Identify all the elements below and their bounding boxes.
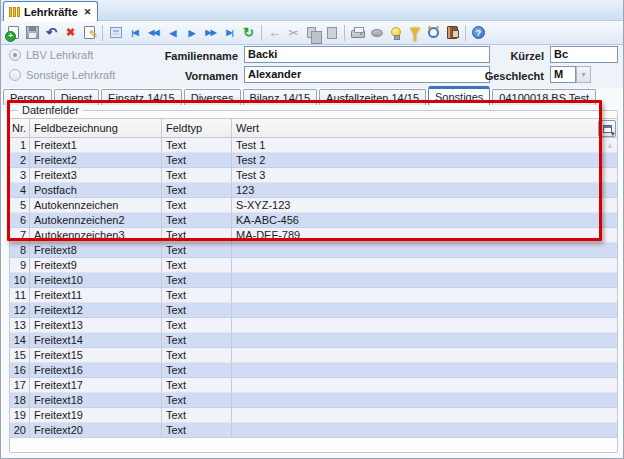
table-row[interactable]: 11Freitext11Text bbox=[10, 288, 617, 303]
tab-sonstiges[interactable]: Sonstiges bbox=[428, 86, 490, 105]
help-icon: ? bbox=[472, 26, 485, 39]
kuerzel-field[interactable]: Bc bbox=[550, 46, 618, 63]
save-button[interactable] bbox=[23, 24, 42, 42]
table-cell bbox=[232, 393, 617, 408]
tab-dienst[interactable]: Dienst bbox=[54, 89, 99, 105]
print-button[interactable] bbox=[348, 24, 367, 42]
nav-first-button[interactable]: |◀ bbox=[125, 24, 144, 42]
table-row[interactable]: 7Autokennzeichen3TextMA-DEF-789 bbox=[10, 228, 617, 243]
record-button[interactable] bbox=[367, 24, 386, 42]
copy-record-button[interactable] bbox=[106, 24, 125, 42]
delete-record-button[interactable]: ✖ bbox=[61, 24, 80, 42]
nav-fast-forward-button[interactable]: ▶▶ bbox=[201, 24, 220, 42]
tab-diverses[interactable]: Diverses bbox=[184, 89, 241, 105]
table-row[interactable]: 3Freitext3TextTest 3 bbox=[10, 168, 617, 183]
nav-previous-button[interactable]: ◀ bbox=[163, 24, 182, 42]
tab-einsatz-14-15[interactable]: Einsatz 14/15 bbox=[101, 89, 182, 105]
close-tab-icon[interactable]: ✕ bbox=[84, 7, 92, 17]
table-cell bbox=[232, 423, 617, 438]
geschlecht-label: Geschlecht bbox=[474, 70, 544, 82]
table-cell: Text bbox=[162, 303, 232, 318]
table-cell bbox=[232, 378, 617, 393]
column-header-feldbezeichnung[interactable]: Feldbezeichnung bbox=[30, 119, 162, 137]
document-tab-strip: Lehrkräfte ✕ bbox=[1, 0, 624, 21]
table-cell: Freitext18 bbox=[30, 393, 162, 408]
tab-04100018-bs-test[interactable]: 04100018 BS Test bbox=[492, 89, 596, 105]
column-header-feldtyp[interactable]: Feldtyp bbox=[162, 119, 232, 137]
table-cell: Freitext17 bbox=[30, 378, 162, 393]
nav-next-button[interactable]: ▶ bbox=[182, 24, 201, 42]
table-cell: Freitext1 bbox=[30, 138, 162, 153]
reminder-button[interactable] bbox=[424, 24, 443, 42]
table-row[interactable]: 9Freitext9Text bbox=[10, 258, 617, 273]
cut-button[interactable]: ✂ bbox=[284, 24, 303, 42]
tab-bar: PersonDienstEinsatz 14/15DiversesBilanz … bbox=[3, 88, 623, 105]
table-header: Nr. Feldbezeichnung Feldtyp Wert bbox=[10, 118, 617, 138]
table-cell: 3 bbox=[10, 168, 30, 183]
nav-fast-back-button[interactable]: ◀◀ bbox=[144, 24, 163, 42]
table-row[interactable]: 17Freitext17Text bbox=[10, 378, 617, 393]
vornamen-field[interactable]: Alexander bbox=[244, 66, 490, 83]
table-row[interactable]: 8Freitext8Text bbox=[10, 243, 617, 258]
address-book-button[interactable] bbox=[443, 24, 462, 42]
table-row[interactable]: 12Freitext12Text bbox=[10, 303, 617, 318]
table-row[interactable]: 6Autokennzeichen2TextKA-ABC-456 bbox=[10, 213, 617, 228]
table-cell bbox=[232, 408, 617, 423]
table-cell: Text bbox=[162, 273, 232, 288]
table-row[interactable]: 10Freitext10Text bbox=[10, 273, 617, 288]
refresh-button[interactable]: ↻ bbox=[239, 24, 258, 42]
copy-button[interactable] bbox=[303, 24, 322, 42]
table-cell: 13 bbox=[10, 318, 30, 333]
table-cell: Freitext20 bbox=[30, 423, 162, 438]
table-row[interactable]: 4PostfachText123 bbox=[10, 183, 617, 198]
table-row[interactable]: 2Freitext2TextTest 2 bbox=[10, 153, 617, 168]
table-row[interactable]: 5AutokennzeichenTextS-XYZ-123 bbox=[10, 198, 617, 213]
radio-sonstige-lehrkraft[interactable]: Sonstige Lehrkraft bbox=[9, 69, 115, 81]
filter-button[interactable] bbox=[405, 24, 424, 42]
table-cell bbox=[232, 258, 617, 273]
datenfelder-groupbox: Datenfelder Nr. Feldbezeichnung Feldtyp … bbox=[9, 110, 618, 453]
document-tab-lehrkraefte[interactable]: Lehrkräfte ✕ bbox=[3, 1, 98, 21]
undo-button[interactable]: ↶ bbox=[42, 24, 61, 42]
table-cell: Autokennzeichen2 bbox=[30, 213, 162, 228]
table-cell: Text bbox=[162, 378, 232, 393]
table-row[interactable]: 15Freitext15Text bbox=[10, 348, 617, 363]
help-button[interactable]: ? bbox=[469, 24, 488, 42]
tab-ausfallzeiten-14-15[interactable]: Ausfallzeiten 14/15 bbox=[319, 89, 426, 105]
table-cell: Text bbox=[162, 408, 232, 423]
scroll-up-icon[interactable]: ▲ bbox=[606, 141, 614, 150]
main-toolbar: ↶ ✖ ✎ |◀ ◀◀ ◀ ▶ ▶▶ ▶| ↻ ← ✂ ? bbox=[1, 21, 624, 45]
geschlecht-field[interactable]: M bbox=[550, 66, 576, 83]
hint-button[interactable] bbox=[386, 24, 405, 42]
table-cell: Text bbox=[162, 213, 232, 228]
table-cell: 11 bbox=[10, 288, 30, 303]
table-cell: 9 bbox=[10, 258, 30, 273]
table-row[interactable]: 14Freitext14Text bbox=[10, 333, 617, 348]
table-row[interactable]: 16Freitext16Text bbox=[10, 363, 617, 378]
radio-lbv-lehrkraft[interactable]: LBV Lehrkraft bbox=[9, 49, 93, 61]
column-picker-button[interactable] bbox=[598, 120, 616, 137]
back-button[interactable]: ← bbox=[265, 24, 284, 42]
table-row[interactable]: 13Freitext13Text bbox=[10, 318, 617, 333]
column-header-wert[interactable]: Wert bbox=[232, 119, 617, 137]
table-cell: 12 bbox=[10, 303, 30, 318]
table-row[interactable]: 20Freitext20Text bbox=[10, 423, 617, 438]
geschlecht-dropdown-button[interactable]: ▾ bbox=[576, 66, 591, 83]
edit-record-button[interactable]: ✎ bbox=[80, 24, 99, 42]
table-body: 1Freitext1TextTest 12Freitext2TextTest 2… bbox=[10, 138, 617, 438]
table-row[interactable]: 19Freitext19Text bbox=[10, 408, 617, 423]
datenfelder-legend: Datenfelder bbox=[18, 104, 83, 116]
document-tab-label: Lehrkräfte bbox=[24, 6, 78, 18]
table-row[interactable]: 1Freitext1TextTest 1 bbox=[10, 138, 617, 153]
toolbar-separator bbox=[261, 25, 262, 41]
table-row[interactable]: 18Freitext18Text bbox=[10, 393, 617, 408]
familienname-field[interactable]: Backi bbox=[244, 46, 490, 63]
tab-person[interactable]: Person bbox=[3, 89, 52, 105]
datenfelder-table: Nr. Feldbezeichnung Feldtyp Wert 1Freite… bbox=[10, 118, 617, 451]
tab-bilanz-14-15[interactable]: Bilanz 14/15 bbox=[243, 89, 318, 105]
new-record-button[interactable] bbox=[4, 24, 23, 42]
nav-last-button[interactable]: ▶| bbox=[220, 24, 239, 42]
column-header-nr[interactable]: Nr. bbox=[10, 119, 30, 137]
paste-button[interactable] bbox=[322, 24, 341, 42]
table-cell bbox=[232, 303, 617, 318]
